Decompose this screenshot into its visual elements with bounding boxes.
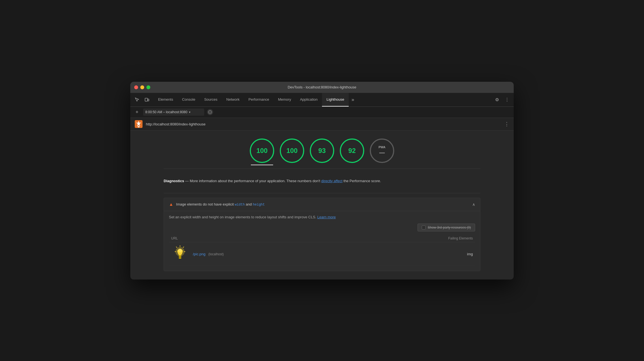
tabs: Elements Console Sources Network Perform… — [154, 93, 490, 107]
warning-card: ▲ Image elements do not have explicit wi… — [164, 198, 480, 271]
scores-row: 100 100 93 92 PWA — — [130, 131, 514, 169]
settings-icon[interactable]: ⚙ — [493, 96, 501, 103]
learn-more-link[interactable]: Learn more — [317, 215, 336, 219]
resource-table: URL Failing Elements — [169, 235, 475, 266]
warning-description: Set an explicit width and height on imag… — [169, 211, 475, 224]
lighthouse-url: http://localhost:8080/index-lighthouse — [146, 122, 501, 126]
warning-chevron-icon: ∧ — [472, 202, 475, 207]
tab-elements[interactable]: Elements — [154, 93, 178, 107]
warning-title: Image elements do not have explicit widt… — [176, 202, 470, 207]
tab-more-button[interactable]: » — [349, 93, 357, 107]
svg-rect-9 — [179, 256, 181, 258]
col-url-header: URL — [169, 235, 372, 242]
svg-rect-4 — [138, 126, 140, 127]
tab-console[interactable]: Console — [178, 93, 200, 107]
resource-thumbnail — [171, 245, 189, 263]
warning-body: Set an explicit width and height on imag… — [164, 211, 480, 271]
tab-memory[interactable]: Memory — [274, 93, 296, 107]
resource-url-text: /pic.png (localhost) — [193, 251, 224, 256]
show-3party-checkbox[interactable] — [422, 226, 426, 229]
addrbar: + 8:00:50 AM – localhost:8080 ▾ — [130, 107, 514, 118]
traffic-lights — [134, 85, 150, 89]
warning-triangle-icon: ▲ — [169, 202, 173, 207]
score-accessibility: 100 — [280, 139, 304, 163]
score-pwa: PWA — — [370, 139, 394, 163]
lightbulb-svg — [172, 245, 188, 263]
address-dropdown-icon[interactable]: ▾ — [189, 110, 191, 114]
score-underline — [251, 165, 273, 165]
lighthouse-header: http://localhost:8080/index-lighthouse ⋮ — [130, 118, 514, 131]
svg-rect-5 — [138, 127, 139, 127]
main-content: 100 100 93 92 PWA — — [130, 131, 514, 280]
col-failing-header: Failing Elements — [372, 235, 475, 242]
resource-url-cell: /pic.png (localhost) — [169, 242, 372, 266]
tab-performance[interactable]: Performance — [244, 93, 273, 107]
more-vert-icon[interactable]: ⋮ — [503, 96, 511, 103]
device-toggle-icon[interactable] — [143, 96, 151, 103]
devtools-window: DevTools - localhost:8080/index-lighthou… — [130, 82, 514, 280]
svg-line-15 — [176, 247, 177, 248]
devtools-left-icons — [130, 93, 154, 107]
svg-point-7 — [178, 249, 182, 252]
stop-icon[interactable] — [207, 109, 213, 115]
devtools-right-icons: ⚙ ⋮ — [490, 93, 514, 107]
cursor-tool-icon[interactable] — [133, 96, 141, 103]
svg-rect-10 — [179, 258, 181, 259]
warning-header[interactable]: ▲ Image elements do not have explicit wi… — [164, 198, 480, 211]
score-performance: 100 — [250, 139, 274, 163]
diagnostics-header: Diagnostics — More information about the… — [164, 179, 480, 183]
titlebar: DevTools - localhost:8080/index-lighthou… — [130, 82, 514, 93]
add-tab-button[interactable]: + — [134, 109, 140, 115]
show-3party-label: Show 3rd-party resources (0) — [428, 226, 471, 229]
window-title: DevTools - localhost:8080/index-lighthou… — [288, 85, 356, 89]
tabbar: Elements Console Sources Network Perform… — [130, 93, 514, 107]
show-3party-row: Show 3rd-party resources (0) — [169, 224, 475, 231]
tab-network[interactable]: Network — [222, 93, 244, 107]
show-3party-button[interactable]: Show 3rd-party resources (0) — [418, 224, 475, 231]
tab-lighthouse[interactable]: Lighthouse — [322, 93, 349, 107]
directly-affect-link[interactable]: directly affect — [321, 179, 342, 183]
address-field[interactable]: 8:00:50 AM – localhost:8080 ▾ — [143, 108, 204, 116]
svg-rect-0 — [145, 98, 148, 101]
maximize-button[interactable] — [146, 85, 150, 89]
table-row: /pic.png (localhost) img — [169, 242, 475, 266]
svg-rect-8 — [179, 255, 181, 256]
scores-divider — [164, 169, 480, 169]
minimize-button[interactable] — [140, 85, 144, 89]
svg-rect-1 — [148, 99, 149, 101]
resource-failing-cell: img — [372, 242, 475, 266]
diagnostics-section: Diagnostics — More information about the… — [130, 173, 514, 193]
svg-line-14 — [183, 247, 184, 248]
score-best-practices: 93 — [310, 139, 334, 163]
lighthouse-more-button[interactable]: ⋮ — [504, 121, 509, 127]
tab-application[interactable]: Application — [296, 93, 322, 107]
score-seo: 92 — [340, 139, 364, 163]
close-button[interactable] — [134, 85, 138, 89]
tab-sources[interactable]: Sources — [200, 93, 222, 107]
lighthouse-app-icon — [135, 120, 143, 128]
diagnostics-divider — [164, 193, 480, 193]
